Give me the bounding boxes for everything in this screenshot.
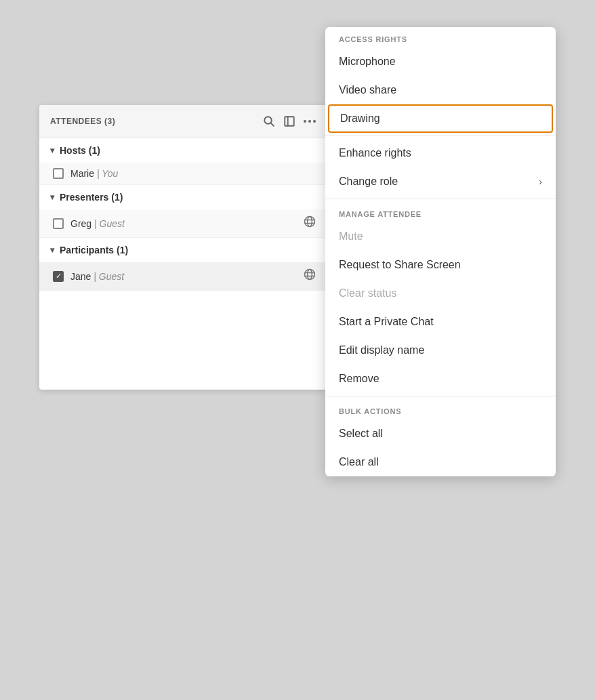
attendees-panel: ATTENDEES (3) bbox=[39, 105, 327, 390]
attendees-header: ATTENDEES (3) bbox=[39, 105, 327, 138]
table-row: Greg | Guest bbox=[39, 209, 327, 238]
presenters-chevron: ▾ bbox=[50, 192, 54, 202]
globe-icon bbox=[303, 268, 316, 285]
hosts-label: Hosts (1) bbox=[60, 145, 100, 156]
participants-label: Participants (1) bbox=[60, 245, 128, 255]
divider-1 bbox=[325, 136, 556, 136]
clear-status-label: Clear status bbox=[339, 287, 396, 300]
attendee-tag: | Guest bbox=[91, 218, 125, 229]
drawing-menu-item[interactable]: Drawing bbox=[328, 104, 553, 133]
table-row: Marie | You bbox=[39, 163, 327, 185]
greg-checkbox[interactable] bbox=[53, 218, 64, 229]
presenters-label: Presenters (1) bbox=[60, 192, 123, 203]
svg-point-5 bbox=[308, 120, 311, 123]
attendee-name: Greg bbox=[70, 218, 91, 229]
svg-point-12 bbox=[308, 270, 312, 280]
remove-label: Remove bbox=[339, 373, 379, 385]
select-all-label: Select all bbox=[339, 428, 383, 440]
microphone-menu-item[interactable]: Microphone bbox=[325, 47, 556, 76]
attendee-tag: | You bbox=[94, 168, 118, 179]
select-all-menu-item[interactable]: Select all bbox=[325, 419, 556, 448]
participants-chevron: ▾ bbox=[50, 245, 54, 255]
clear-all-label: Clear all bbox=[339, 456, 379, 468]
start-private-chat-label: Start a Private Chat bbox=[339, 316, 434, 328]
hosts-chevron: ▾ bbox=[50, 146, 54, 155]
more-options-icon[interactable] bbox=[303, 115, 316, 128]
start-private-chat-menu-item[interactable]: Start a Private Chat bbox=[325, 308, 556, 336]
bulk-actions-label: BULK ACTIONS bbox=[325, 399, 556, 419]
marie-checkbox[interactable] bbox=[53, 168, 64, 179]
edit-display-name-label: Edit display name bbox=[339, 344, 424, 356]
enhance-rights-label: Enhance rights bbox=[339, 147, 411, 159]
video-share-label: Video share bbox=[339, 84, 396, 96]
search-icon[interactable] bbox=[262, 115, 276, 128]
request-share-screen-menu-item[interactable]: Request to Share Screen bbox=[325, 251, 556, 279]
remove-menu-item[interactable]: Remove bbox=[325, 365, 556, 393]
divider-3 bbox=[325, 396, 556, 396]
drawing-label: Drawing bbox=[340, 112, 380, 125]
globe-icon bbox=[303, 215, 316, 232]
presenters-section-header[interactable]: ▾ Presenters (1) bbox=[39, 185, 327, 209]
svg-point-11 bbox=[305, 270, 315, 280]
attendee-name: Jane bbox=[70, 271, 91, 282]
access-rights-label: ACCESS RIGHTS bbox=[325, 27, 556, 47]
enhance-rights-menu-item[interactable]: Enhance rights bbox=[325, 139, 556, 167]
attendee-name: Marie bbox=[70, 168, 94, 179]
change-role-menu-item[interactable]: Change role › bbox=[325, 167, 556, 196]
mute-menu-item: Mute bbox=[325, 222, 556, 251]
divider-2 bbox=[325, 199, 556, 199]
table-row: Jane | Guest bbox=[39, 262, 327, 291]
svg-point-6 bbox=[313, 120, 316, 123]
microphone-label: Microphone bbox=[339, 56, 396, 68]
change-role-arrow: › bbox=[539, 176, 542, 187]
clear-status-menu-item: Clear status bbox=[325, 279, 556, 308]
mute-label: Mute bbox=[339, 230, 363, 243]
clear-all-menu-item[interactable]: Clear all bbox=[325, 448, 556, 476]
hosts-section-header[interactable]: ▾ Hosts (1) bbox=[39, 138, 327, 163]
svg-point-7 bbox=[305, 217, 315, 227]
video-share-menu-item[interactable]: Video share bbox=[325, 76, 556, 104]
attendees-title: ATTENDEES (3) bbox=[50, 117, 262, 126]
request-share-screen-label: Request to Share Screen bbox=[339, 259, 461, 271]
attendee-tag: | Guest bbox=[91, 271, 124, 282]
jane-checkbox[interactable] bbox=[53, 271, 64, 282]
edit-display-name-menu-item[interactable]: Edit display name bbox=[325, 336, 556, 365]
expand-icon[interactable] bbox=[283, 115, 296, 128]
header-icons bbox=[262, 115, 316, 128]
change-role-label: Change role bbox=[339, 176, 398, 188]
context-menu: ACCESS RIGHTS Microphone Video share Dra… bbox=[325, 27, 556, 476]
manage-attendee-label: MANAGE ATTENDEE bbox=[325, 202, 556, 222]
svg-point-8 bbox=[308, 217, 312, 227]
svg-point-4 bbox=[304, 120, 306, 123]
svg-rect-2 bbox=[285, 117, 294, 126]
participants-section-header[interactable]: ▾ Participants (1) bbox=[39, 238, 327, 262]
svg-line-1 bbox=[271, 123, 274, 126]
